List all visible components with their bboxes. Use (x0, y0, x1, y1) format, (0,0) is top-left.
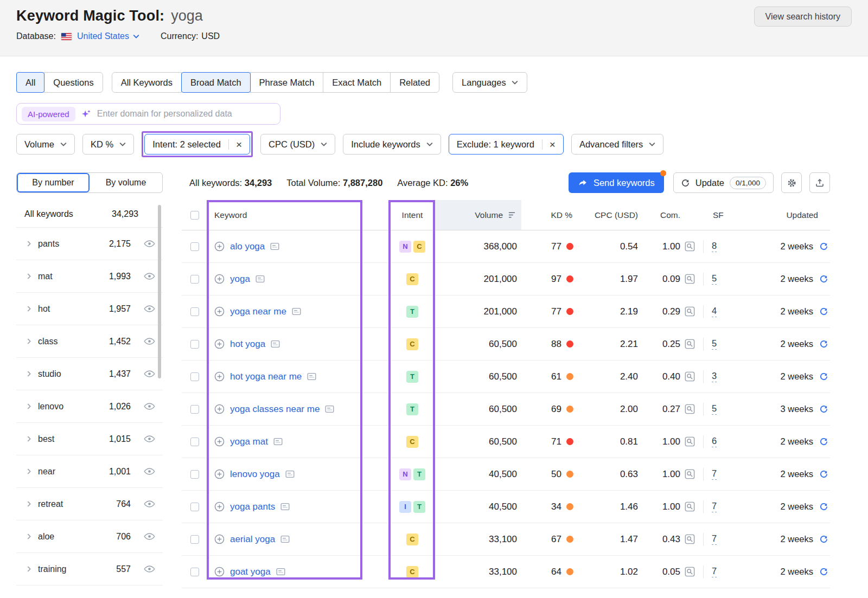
keyword-link[interactable]: yoga (230, 274, 250, 285)
include-keywords-filter[interactable]: Include keywords (343, 134, 441, 155)
serp-preview-icon[interactable] (292, 307, 301, 316)
sidebar-keyword-group[interactable]: near 1,001 (16, 455, 163, 488)
sf-count[interactable]: 3 (712, 371, 717, 382)
eye-icon[interactable] (144, 435, 155, 443)
add-keyword-icon[interactable] (214, 306, 225, 317)
refresh-icon[interactable] (819, 470, 828, 479)
intent-filter[interactable]: Intent: 2 selected × (144, 134, 250, 155)
eye-icon[interactable] (144, 272, 155, 280)
tab-phrase-match[interactable]: Phrase Match (250, 72, 324, 93)
sidebar-keyword-group[interactable]: hot 1,957 (16, 293, 163, 325)
cpc-filter[interactable]: CPC (USD) (260, 134, 335, 155)
serp-preview-icon[interactable] (325, 405, 334, 413)
serp-features-icon[interactable] (685, 306, 695, 317)
row-checkbox[interactable] (190, 242, 199, 251)
row-checkbox[interactable] (190, 470, 199, 479)
serp-preview-icon[interactable] (285, 470, 295, 478)
settings-button[interactable] (781, 172, 802, 193)
tab-questions[interactable]: Questions (44, 72, 103, 93)
refresh-icon[interactable] (819, 274, 828, 284)
update-button[interactable]: Update 0/1,000 (673, 172, 774, 193)
clear-intent-filter-icon[interactable]: × (228, 139, 242, 150)
refresh-icon[interactable] (819, 404, 828, 414)
serp-preview-icon[interactable] (270, 242, 279, 250)
sidebar-keyword-group[interactable]: studio 1,437 (16, 358, 163, 390)
serp-preview-icon[interactable] (280, 535, 290, 543)
tab-broad-match[interactable]: Broad Match (181, 72, 251, 93)
export-button[interactable] (809, 172, 830, 193)
add-keyword-icon[interactable] (214, 567, 225, 577)
serp-features-icon[interactable] (685, 436, 695, 447)
domain-input[interactable] (97, 109, 273, 119)
serp-features-icon[interactable] (685, 469, 695, 479)
eye-icon[interactable] (144, 337, 155, 345)
expand-chevron-icon[interactable] (27, 371, 31, 377)
row-checkbox[interactable] (190, 438, 199, 446)
expand-chevron-icon[interactable] (27, 306, 31, 312)
sort-by-number-button[interactable]: By number (17, 173, 90, 192)
sf-count[interactable]: 5 (712, 403, 717, 415)
refresh-icon[interactable] (819, 372, 828, 381)
tab-related[interactable]: Related (390, 72, 439, 93)
refresh-icon[interactable] (819, 307, 828, 316)
eye-icon[interactable] (144, 240, 155, 248)
sf-count[interactable]: 5 (712, 273, 717, 285)
row-checkbox[interactable] (190, 307, 199, 316)
view-search-history-button[interactable]: View search history (754, 7, 852, 27)
add-keyword-icon[interactable] (214, 241, 225, 252)
sidebar-keyword-group[interactable]: class 1,452 (16, 325, 163, 358)
refresh-icon[interactable] (819, 502, 828, 511)
add-keyword-icon[interactable] (214, 339, 225, 349)
keyword-link[interactable]: alo yoga (230, 241, 265, 252)
serp-features-icon[interactable] (685, 241, 695, 252)
keyword-link[interactable]: lenovo yoga (230, 469, 280, 480)
keyword-link[interactable]: goat yoga (230, 567, 271, 577)
sidebar-keyword-group[interactable]: mat 1,993 (16, 260, 163, 293)
row-checkbox[interactable] (190, 405, 199, 414)
column-header-volume[interactable]: Volume (435, 200, 521, 230)
row-checkbox[interactable] (190, 568, 199, 576)
eye-icon[interactable] (144, 532, 155, 541)
eye-icon[interactable] (144, 467, 155, 475)
add-keyword-icon[interactable] (214, 404, 225, 414)
expand-chevron-icon[interactable] (27, 436, 31, 442)
row-checkbox[interactable] (190, 503, 199, 511)
add-keyword-icon[interactable] (214, 534, 225, 544)
expand-chevron-icon[interactable] (27, 403, 31, 409)
database-selector[interactable]: United States (77, 31, 139, 41)
eye-icon[interactable] (144, 565, 155, 573)
sidebar-keyword-group[interactable]: best 1,015 (16, 423, 163, 455)
refresh-icon[interactable] (819, 567, 828, 576)
row-checkbox[interactable] (190, 340, 199, 349)
serp-features-icon[interactable] (685, 274, 695, 284)
serp-preview-icon[interactable] (280, 503, 290, 511)
expand-chevron-icon[interactable] (27, 533, 31, 539)
row-checkbox[interactable] (190, 535, 199, 544)
keyword-link[interactable]: hot yoga near me (230, 371, 302, 382)
serp-preview-icon[interactable] (256, 275, 265, 283)
keyword-link[interactable]: yoga near me (230, 306, 286, 317)
serp-features-icon[interactable] (685, 404, 695, 414)
refresh-icon[interactable] (819, 437, 828, 446)
serp-preview-icon[interactable] (276, 568, 285, 576)
expand-chevron-icon[interactable] (27, 338, 31, 344)
add-keyword-icon[interactable] (214, 469, 225, 479)
expand-chevron-icon[interactable] (27, 273, 31, 279)
eye-icon[interactable] (144, 402, 155, 410)
sort-by-volume-button[interactable]: By volume (90, 173, 162, 192)
add-keyword-icon[interactable] (214, 274, 225, 284)
row-checkbox[interactable] (190, 275, 199, 284)
refresh-icon[interactable] (819, 242, 828, 251)
keyword-link[interactable]: yoga pants (230, 501, 275, 512)
keyword-link[interactable]: hot yoga (230, 339, 265, 350)
add-keyword-icon[interactable] (214, 371, 225, 382)
send-keywords-button[interactable]: Send keywords (569, 172, 664, 193)
languages-dropdown[interactable]: Languages (452, 72, 527, 93)
serp-preview-icon[interactable] (273, 438, 283, 446)
serp-features-icon[interactable] (685, 567, 695, 577)
sf-count[interactable]: 4 (712, 306, 717, 317)
eye-icon[interactable] (144, 305, 155, 313)
tab-all[interactable]: All (16, 72, 44, 93)
sf-count[interactable]: 7 (712, 533, 717, 545)
sidebar-keyword-group[interactable]: lenovo 1,026 (16, 390, 163, 423)
